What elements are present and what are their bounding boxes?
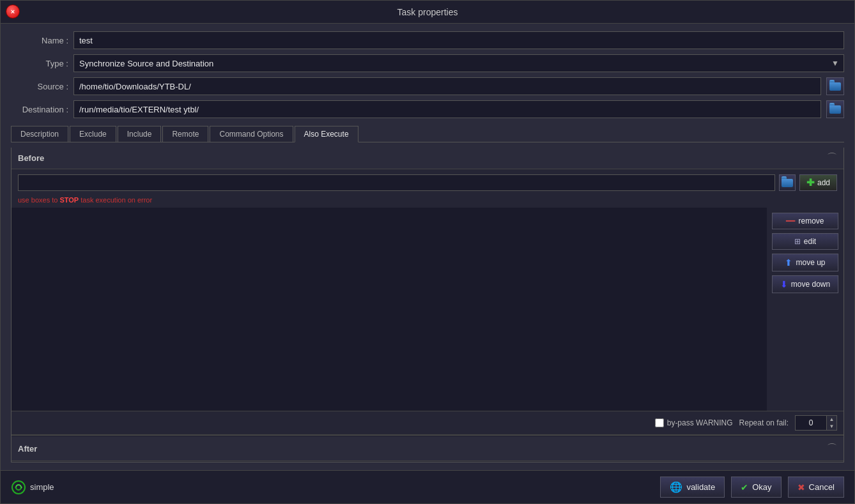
x-icon: ✖: [797, 482, 805, 493]
repeat-spinner: ▲ ▼: [795, 415, 837, 431]
move-down-icon: ⬇: [780, 279, 788, 289]
action-buttons: ━━ remove ⊞ edit ⬆ move up ⬇: [767, 208, 843, 411]
bypass-label: by-pass WARNING: [667, 418, 733, 427]
move-up-icon: ⬆: [785, 257, 792, 268]
repeat-decrement-button[interactable]: ▼: [827, 423, 836, 430]
titlebar: × Task properties: [1, 1, 854, 24]
before-section: Before ⌒ ✚ add use boxes to STOP task ex…: [12, 148, 843, 435]
name-row: Name :: [11, 31, 844, 49]
add-icon: ✚: [806, 177, 815, 188]
validate-button[interactable]: 🌐 validate: [660, 477, 725, 498]
cancel-button[interactable]: ✖ Cancel: [788, 477, 844, 498]
bypass-row: by-pass WARNING: [655, 418, 733, 427]
repeat-input[interactable]: [795, 415, 827, 431]
warning-text: use boxes to STOP task execution on erro…: [12, 196, 843, 208]
name-input[interactable]: [73, 31, 844, 49]
edit-icon: ⊞: [794, 237, 801, 246]
folder-icon-cmd: [782, 179, 793, 187]
tab-description[interactable]: Description: [11, 126, 68, 142]
type-select-wrapper: Synchronize Source and Destination ▼: [73, 54, 844, 72]
simple-button[interactable]: simple: [11, 480, 54, 495]
simple-label: simple: [30, 482, 54, 492]
edit-button[interactable]: ⊞ edit: [772, 233, 838, 250]
name-label: Name :: [11, 36, 68, 45]
before-section-label: Before: [18, 153, 44, 163]
svg-marker-1: [21, 486, 22, 489]
svg-point-0: [12, 481, 25, 494]
repeat-label: Repeat on fail:: [739, 418, 789, 427]
footer: simple 🌐 validate ✔ Okay ✖ Cancel: [1, 470, 854, 503]
footer-right-buttons: 🌐 validate ✔ Okay ✖ Cancel: [660, 477, 844, 498]
remove-icon: ━━: [786, 217, 795, 225]
svg-marker-2: [15, 486, 16, 489]
destination-label: Destination :: [11, 105, 68, 114]
checkmark-icon: ✔: [741, 482, 748, 493]
command-input[interactable]: [18, 174, 775, 191]
task-properties-dialog: × Task properties Name : Type : Synchron…: [0, 0, 855, 504]
command-input-row: ✚ add: [12, 169, 843, 196]
type-label: Type :: [11, 59, 68, 68]
add-button[interactable]: ✚ add: [799, 174, 837, 191]
type-select[interactable]: Synchronize Source and Destination: [73, 54, 844, 72]
before-main-area: ━━ remove ⊞ edit ⬆ move up ⬇: [12, 208, 843, 411]
repeat-increment-button[interactable]: ▲: [827, 416, 836, 423]
remove-button[interactable]: ━━ remove: [772, 213, 838, 229]
destination-input[interactable]: [73, 100, 821, 118]
type-row: Type : Synchronize Source and Destinatio…: [11, 54, 844, 72]
source-row: Source :: [11, 77, 844, 95]
destination-browse-button[interactable]: [826, 100, 844, 118]
destination-row: Destination :: [11, 100, 844, 118]
after-section-label: After: [18, 444, 37, 454]
bypass-checkbox[interactable]: [655, 418, 664, 427]
move-up-button[interactable]: ⬆ move up: [772, 254, 838, 271]
source-input[interactable]: [73, 77, 821, 95]
tab-remote[interactable]: Remote: [162, 126, 208, 142]
folder-icon: [829, 82, 841, 91]
after-collapse-icon[interactable]: ⌒: [827, 442, 837, 455]
dialog-title: Task properties: [397, 7, 458, 17]
source-label: Source :: [11, 82, 68, 91]
move-down-button[interactable]: ⬇ move down: [772, 275, 838, 293]
bottom-options: by-pass WARNING Repeat on fail: ▲ ▼: [12, 411, 843, 434]
repeat-spinner-buttons: ▲ ▼: [827, 415, 837, 431]
stop-text: STOP: [59, 196, 79, 204]
close-button[interactable]: ×: [6, 4, 20, 19]
tab-exclude[interactable]: Exclude: [70, 126, 116, 142]
after-section: After ⌒: [12, 435, 843, 462]
validate-icon: 🌐: [670, 481, 682, 493]
okay-button[interactable]: ✔ Okay: [731, 477, 781, 498]
source-browse-button[interactable]: [826, 77, 844, 95]
after-section-header: After ⌒: [12, 437, 843, 461]
tab-also-execute[interactable]: Also Execute: [295, 126, 358, 142]
content-area: Name : Type : Synchronize Source and Des…: [1, 24, 854, 470]
before-section-header: Before ⌒: [12, 148, 843, 169]
tab-command-options[interactable]: Command Options: [210, 126, 293, 142]
tab-include[interactable]: Include: [118, 126, 162, 142]
tab-content-area: Before ⌒ ✚ add use boxes to STOP task ex…: [11, 148, 844, 462]
before-list[interactable]: [12, 208, 767, 411]
tab-bar: Description Exclude Include Remote Comma…: [11, 126, 844, 142]
sync-icon: [11, 480, 26, 495]
folder-icon-dest: [829, 105, 841, 114]
before-collapse-icon[interactable]: ⌒: [827, 151, 837, 165]
command-browse-button[interactable]: [779, 174, 796, 191]
